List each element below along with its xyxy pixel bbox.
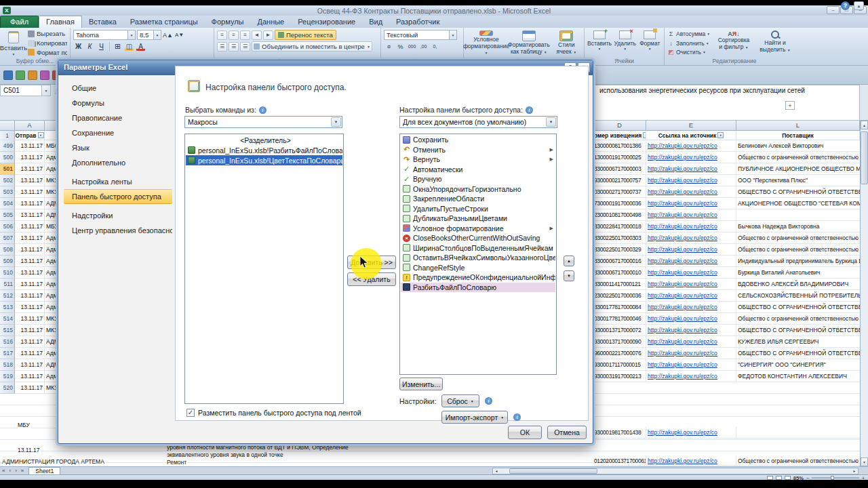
row-header[interactable]: 512 — [0, 290, 15, 302]
cell-supplier[interactable]: ОБЩЕСТВО С ОГРАНИЧЕННОЙ ОТВЕТСТВЕННОСТЬЮ… — [736, 325, 860, 336]
table-row[interactable]: 9300031917000213 http://zakupki.gov.ru/e… — [593, 371, 860, 382]
comma-style-button[interactable]: 000 — [407, 41, 417, 52]
cell-notice-number[interactable]: 9300017117000015 — [593, 359, 646, 371]
cell-supplier[interactable]: ООО "Перспектива Плюс" — [736, 175, 860, 186]
cell-notice-number[interactable]: 8300177817000084 — [593, 302, 646, 313]
import-export-button[interactable]: Импорт-экспорт — [441, 411, 508, 424]
column-header-l[interactable]: L — [736, 121, 860, 131]
qat-list-item[interactable]: ОкнаУпорядочитьГоризонтально ▶ — [401, 184, 555, 195]
cell-notice-number[interactable]: 8300011417000121 — [593, 279, 646, 290]
table-row[interactable]: 9300019817001438 http://zakupki.gov.ru/e… — [593, 427, 860, 439]
copy-button[interactable]: Копировать▼ — [26, 39, 67, 47]
row-header[interactable]: 511 — [0, 279, 15, 290]
cell-source-link[interactable]: http://zakupki.gov.ru/epz/co — [646, 427, 736, 439]
cell-date[interactable]: 13.11.17 — [15, 302, 45, 313]
bold-button[interactable]: Ж — [73, 41, 83, 52]
expand-formula-bar-icon[interactable]: + — [785, 101, 795, 110]
sheet-tab-sheet1[interactable]: Sheet1 — [28, 467, 60, 474]
cell-supplier[interactable]: Буркица Виталий Анатольевич — [736, 267, 860, 279]
row-header[interactable]: 501 — [0, 163, 15, 175]
cell-supplier[interactable]: Общество с ограниченной ответственностью… — [736, 244, 860, 256]
table-row[interactable]: 8300225017000303 http://zakupki.gov.ru/e… — [593, 232, 860, 244]
cell-supplier[interactable]: ОБЩЕСТВО С ОГРАНИЧЕННОЙ ОТВЕТСТВЕННОСТЬЮ… — [736, 348, 860, 359]
options-nav-item[interactable]: Язык — [64, 140, 172, 155]
row-header[interactable]: 500 — [0, 152, 15, 163]
options-nav-item[interactable]: Правописание — [64, 110, 172, 125]
font-color-button[interactable]: А — [136, 41, 146, 52]
table-row[interactable]: 516 13.11.17 АДМ — [0, 336, 60, 348]
cut-button[interactable]: Вырезать — [26, 30, 67, 38]
commands-listbox[interactable]: <Разделитель> personal_InExSu.xlsb!Разби… — [184, 134, 344, 404]
paste-button[interactable]: Вставить ▼ — [3, 30, 24, 56]
qat-command-icon[interactable] — [3, 70, 13, 80]
cell-notice-number[interactable]: 9300013717000090 — [593, 336, 646, 348]
checkbox-check-icon[interactable]: ✓ — [186, 409, 195, 417]
qat-list-item[interactable]: Автоматически ▶ — [401, 165, 555, 175]
cell-source-link[interactable]: http://zakupki.gov.ru/epz/co — [646, 209, 736, 221]
table-row[interactable]: 505 13.11.17 АДМ — [0, 209, 60, 221]
cell-date[interactable]: 13.11.17 — [15, 336, 45, 348]
cell-e1[interactable]: Ссылка на источник▼ — [646, 131, 736, 140]
table-row[interactable]: 8300228417000018 http://zakupki.gov.ru/e… — [593, 221, 860, 232]
format-cells-button[interactable]: Формат▼ — [639, 30, 662, 56]
cell-date[interactable]: 13.11.17 — [15, 163, 45, 175]
cell-date[interactable]: 13.11.17 — [15, 279, 45, 290]
column-header-d[interactable]: D — [593, 121, 646, 131]
cell-source-link[interactable]: http://zakupki.gov.ru/epz/co — [646, 152, 736, 163]
table-row[interactable]: 499 13.11.17 МБС — [0, 140, 60, 152]
cell-supplier[interactable]: Общество с ограниченной ответственностью… — [736, 232, 860, 244]
cell-supplier[interactable]: ПУБЛИЧНОЕ АКЦИОНЕРНОЕ ОБЩЕСТВО МЕЖДУГОРО… — [736, 163, 860, 175]
cell-supplier[interactable] — [736, 209, 860, 221]
cell-source-link[interactable]: http://zakupki.gov.ru/epz/co — [646, 359, 736, 371]
cell-source-link[interactable]: http://zakupki.gov.ru/epz/co — [646, 198, 736, 209]
options-nav-item[interactable]: Панель быстрого доступа — [64, 189, 172, 204]
row-header[interactable]: 515 — [0, 325, 15, 336]
ribbon-tab[interactable]: Файл — [0, 16, 39, 28]
qat-list-item[interactable]: Сохранить ▶ — [401, 135, 555, 145]
cell-notice-number[interactable]: 8300225017000303 — [593, 232, 646, 244]
cell-source-link[interactable]: http://zakupki.gov.ru/epz/co — [646, 336, 736, 348]
vertical-scrollbar[interactable]: ▲ ▼ — [860, 121, 868, 466]
cell-source-link[interactable]: http://zakupki.gov.ru/epz/co — [646, 348, 736, 359]
cell-supplier[interactable]: ВДОВЕНКО АЛЕКСЕЙ ВЛАДИМИРОВИЧ — [736, 279, 860, 290]
decrease-indent-icon[interactable]: ◄ — [252, 30, 262, 40]
reset-button[interactable]: Сброс — [441, 394, 479, 407]
options-nav-item[interactable]: Надстройки — [64, 208, 172, 223]
ribbon-tab[interactable]: Главная — [39, 16, 82, 28]
table-row[interactable]: 518 13.11.17 АДМ — [0, 359, 60, 371]
cell-source-link[interactable]: http://zakupki.gov.ru/epz/co — [646, 232, 736, 244]
cell-date[interactable]: 13.11.17 — [15, 382, 45, 394]
cell-supplier[interactable]: Белинович Алексей Викторович — [736, 140, 860, 152]
accounting-format-button[interactable]: ¤ — [384, 41, 394, 52]
cell-date[interactable]: 13.11.17 — [15, 152, 45, 163]
move-down-icon[interactable]: ▼ — [564, 270, 574, 281]
row-header[interactable]: 506 — [0, 221, 15, 232]
table-row[interactable]: 2300225017000036 http://zakupki.gov.ru/e… — [593, 290, 860, 302]
cell-source-link[interactable]: http://zakupki.gov.ru/epz/co — [646, 186, 736, 198]
cell-source-link[interactable]: http://zakupki.gov.ru/epz/co — [646, 325, 736, 336]
cell-supplier[interactable]: "СИНЕРГИЯ" ООО "СИНЕРГИЯ" — [736, 359, 860, 371]
options-nav-item[interactable]: Сохранение — [64, 125, 172, 140]
scroll-up-icon[interactable]: ▲ — [861, 121, 868, 129]
cell-source-link[interactable]: http://zakupki.gov.ru/epz/co — [646, 244, 736, 256]
row-header[interactable]: 508 — [0, 244, 15, 256]
cell-l1[interactable]: Поставщик — [736, 131, 860, 140]
qat-list-item[interactable]: ШиринаСтолбцовПоВыделеннымЯчейкам ▶ — [401, 243, 555, 253]
find-select-button[interactable]: Найти и выделить ▼ — [755, 30, 795, 56]
qat-list-item[interactable]: Условное форматирование ▶ — [401, 224, 555, 234]
table-row[interactable]: 1300000817001386 http://zakupki.gov.ru/e… — [593, 140, 860, 152]
decrease-decimal-button[interactable]: 0, — [430, 41, 440, 52]
sort-filter-button[interactable]: АЯ↓ Сортировка и фильтр ▼ — [714, 30, 753, 56]
cell-source-link[interactable]: http://zakupki.gov.ru/epz/co — [646, 256, 736, 267]
ribbon-tab[interactable]: Формулы — [205, 16, 251, 28]
cell-supplier[interactable]: КУЖЕЛЕВ ИЛЬЯ СЕРГЕЕВИЧ — [736, 336, 860, 348]
last-sheet-icon[interactable]: » — [19, 468, 26, 474]
table-row[interactable]: 7300001917000036 http://zakupki.gov.ru/e… — [593, 198, 860, 209]
align-bottom-icon[interactable]: ≡ — [240, 30, 250, 40]
qat-list-item[interactable]: ОставитьВЯчейкахСимволыУказанногоЦвета ▶ — [401, 253, 555, 263]
cell-notice-number[interactable]: 8300006717000016 — [593, 256, 646, 267]
cell-supplier[interactable]: Бычкова Надежда Викторовна — [736, 221, 860, 232]
cell-source-link[interactable]: http://zakupki.gov.ru/epz/co — [646, 140, 736, 152]
table-row[interactable]: 503 13.11.17 МКУ — [0, 186, 60, 198]
cell-date[interactable]: 13.11.17 — [15, 232, 45, 244]
